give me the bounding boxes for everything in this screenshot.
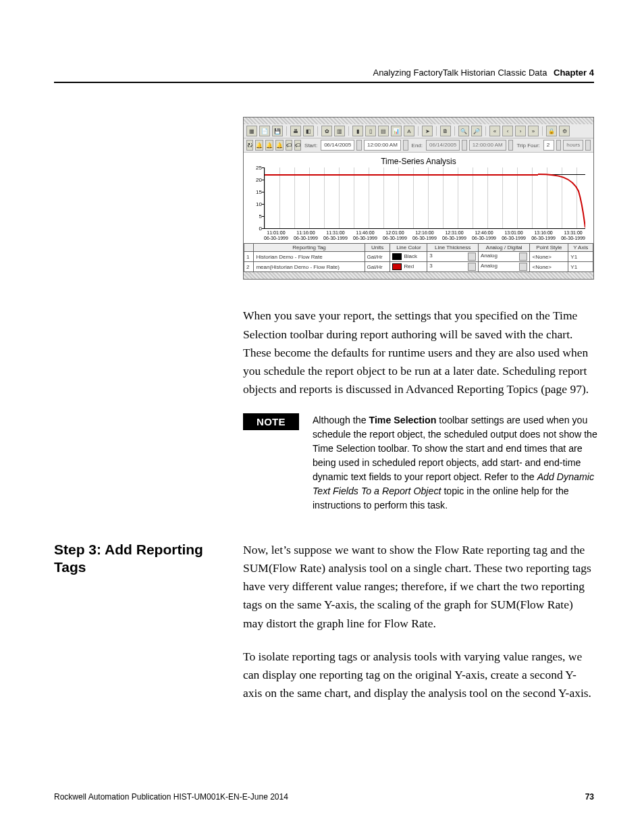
zoom-out-icon[interactable]: 🔎 bbox=[471, 126, 482, 136]
trip-unit-dropdown-icon[interactable] bbox=[585, 140, 591, 151]
zoom-in-icon[interactable]: 🔍 bbox=[458, 126, 469, 136]
separator bbox=[454, 126, 455, 136]
start-time-spinner[interactable] bbox=[403, 140, 408, 151]
dropdown-icon[interactable] bbox=[519, 263, 527, 271]
end-date-dropdown-icon[interactable] bbox=[462, 140, 467, 151]
doc-icon[interactable]: 🗎 bbox=[440, 126, 451, 136]
color-swatch bbox=[392, 253, 402, 260]
legend-table: Reporting TagUnitsLine ColorLine Thickne… bbox=[244, 243, 593, 272]
dropdown-icon[interactable] bbox=[468, 253, 476, 261]
end-date-field[interactable]: 06/14/2005 bbox=[426, 140, 460, 151]
y-tick-mark bbox=[262, 228, 265, 229]
legend-header-cell: Units bbox=[365, 244, 390, 252]
trip-value-spinner[interactable] bbox=[556, 140, 562, 151]
legend-header-cell: Y Axis bbox=[568, 244, 593, 252]
y-tick-mark bbox=[262, 167, 265, 168]
nav-prev-icon[interactable]: ‹ bbox=[502, 126, 513, 136]
legend-row: 2mean(Historian Demo - Flow Rate)Gal/HrR… bbox=[244, 262, 593, 272]
x-tick-label: 12:16:0006-30-1999 bbox=[412, 230, 437, 240]
chart-type-b-icon[interactable]: ▯ bbox=[365, 126, 376, 136]
app-window: ▦ 📄 💾 🖶 ◧ ✿ ▥ ▮ ▯ ▤ 📊 A ➤ 🗎 � bbox=[243, 117, 594, 280]
y-tick-label: 10 bbox=[251, 201, 262, 207]
start-label: Start: bbox=[303, 142, 319, 149]
preview-icon[interactable]: ◧ bbox=[303, 126, 314, 136]
tool-icon[interactable]: ✿ bbox=[321, 126, 332, 136]
window-titlebar bbox=[244, 118, 593, 124]
alarm-a-icon[interactable]: 🔔 bbox=[255, 140, 263, 151]
legend-cell: Analog bbox=[478, 252, 529, 262]
x-tick-label: 11:46:0006-30-1999 bbox=[353, 230, 377, 240]
trip-value-field[interactable]: 2 bbox=[543, 140, 554, 151]
page-number: 73 bbox=[585, 792, 594, 802]
trip-unit-field[interactable]: hours bbox=[563, 140, 583, 151]
bar-chart-icon[interactable]: 📊 bbox=[391, 126, 402, 136]
open-icon[interactable]: 📄 bbox=[259, 126, 270, 136]
separator bbox=[348, 126, 349, 136]
series-mean-flow-rate-drop bbox=[538, 167, 585, 228]
window-bottom-border bbox=[244, 272, 593, 279]
y-tick-mark bbox=[262, 192, 265, 192]
start-date-field[interactable]: 06/14/2005 bbox=[321, 140, 354, 151]
color-swatch bbox=[392, 263, 402, 270]
note-text-seg1: Although the bbox=[313, 415, 369, 425]
start-time-field[interactable]: 12:00:00 AM bbox=[364, 140, 401, 151]
legend-cell: 2 bbox=[244, 262, 254, 272]
new-icon[interactable]: ▦ bbox=[246, 126, 257, 136]
separator bbox=[542, 126, 543, 136]
y-tick-label: 5 bbox=[251, 213, 262, 219]
legend-cell: Y1 bbox=[568, 262, 593, 272]
settings-icon[interactable]: ⚙ bbox=[559, 126, 570, 136]
legend-cell: Y1 bbox=[568, 252, 593, 262]
dropdown-icon[interactable] bbox=[519, 253, 527, 261]
legend-cell: Gal/Hr bbox=[365, 252, 390, 262]
end-label: End: bbox=[410, 142, 424, 149]
grid-icon[interactable]: ▥ bbox=[334, 126, 345, 136]
y-tick-label: 0 bbox=[251, 226, 262, 232]
time-series-screenshot: ▦ 📄 💾 🖶 ◧ ✿ ▥ ▮ ▯ ▤ 📊 A ➤ 🗎 � bbox=[243, 117, 594, 280]
legend-cell: Analog bbox=[478, 262, 529, 272]
run-icon[interactable]: ➤ bbox=[422, 126, 433, 136]
note-block: NOTE Although the Time Selection toolbar… bbox=[243, 413, 608, 513]
legend-cell: Red bbox=[390, 262, 427, 272]
legend-cell: Gal/Hr bbox=[365, 262, 390, 272]
legend-cell: 1 bbox=[244, 252, 254, 262]
dropdown-icon[interactable] bbox=[468, 263, 476, 271]
alarm-b-icon[interactable]: 🔔 bbox=[265, 140, 273, 151]
legend-header-cell: Analog / Digital bbox=[478, 244, 529, 252]
tag-b-icon[interactable]: 🏷 bbox=[294, 140, 301, 151]
text-icon[interactable]: A bbox=[404, 126, 414, 136]
time-selection-toolbar: 🗘 🔔 🔔 🔔 🏷 🏷 Start: 06/14/2005 12:00:00 A… bbox=[244, 138, 593, 153]
tag-a-icon[interactable]: 🏷 bbox=[286, 140, 292, 151]
page-footer: Rockwell Automation Publication HIST-UM0… bbox=[54, 792, 594, 802]
x-tick-label: 11:16:0006-30-1999 bbox=[294, 230, 318, 240]
x-tick-label: 13:01:0006-30-1999 bbox=[502, 230, 526, 240]
y-tick-mark bbox=[262, 180, 265, 180]
x-tick-label: 13:16:0006-30-1999 bbox=[531, 230, 556, 240]
save-icon[interactable]: 💾 bbox=[272, 126, 283, 136]
lock-icon[interactable]: 🔒 bbox=[546, 126, 557, 136]
publication-id: Rockwell Automation Publication HIST-UM0… bbox=[54, 792, 288, 802]
legend-cell: mean(Historian Demo - Flow Rate) bbox=[254, 262, 365, 272]
chart-xaxis: 11:01:0006-30-199911:16:0006-30-199911:3… bbox=[264, 229, 585, 240]
alarm-c-icon[interactable]: 🔔 bbox=[275, 140, 284, 151]
legend-header-cell: Line Color bbox=[390, 244, 427, 252]
legend-row: 1Historian Demo - Flow RateGal/HrBlack3A… bbox=[244, 252, 593, 262]
chart-type-a-icon[interactable]: ▮ bbox=[352, 126, 363, 136]
end-time-field[interactable]: 12:00:00 AM bbox=[469, 140, 506, 151]
header-rule bbox=[54, 82, 594, 83]
step3-paragraph-1: Now, let’s suppose we want to show the F… bbox=[243, 541, 594, 633]
nav-last-icon[interactable]: » bbox=[528, 126, 539, 136]
y-tick-mark bbox=[262, 204, 265, 205]
running-header-chapter: Chapter 4 bbox=[554, 68, 594, 78]
toolbar-row-1: ▦ 📄 💾 🖶 ◧ ✿ ▥ ▮ ▯ ▤ 📊 A ➤ 🗎 � bbox=[244, 124, 593, 138]
nav-next-icon[interactable]: › bbox=[515, 126, 526, 136]
refresh-icon[interactable]: 🗘 bbox=[246, 140, 253, 151]
print-icon[interactable]: 🖶 bbox=[290, 126, 301, 136]
separator bbox=[286, 126, 287, 136]
x-tick-label: 13:31:0006-30-1999 bbox=[561, 230, 585, 240]
start-date-dropdown-icon[interactable] bbox=[356, 140, 362, 151]
nav-first-icon[interactable]: « bbox=[489, 126, 500, 136]
chart-type-c-icon[interactable]: ▤ bbox=[378, 126, 389, 136]
x-tick-label: 11:31:0006-30-1999 bbox=[323, 230, 348, 240]
end-time-spinner[interactable] bbox=[508, 140, 514, 151]
